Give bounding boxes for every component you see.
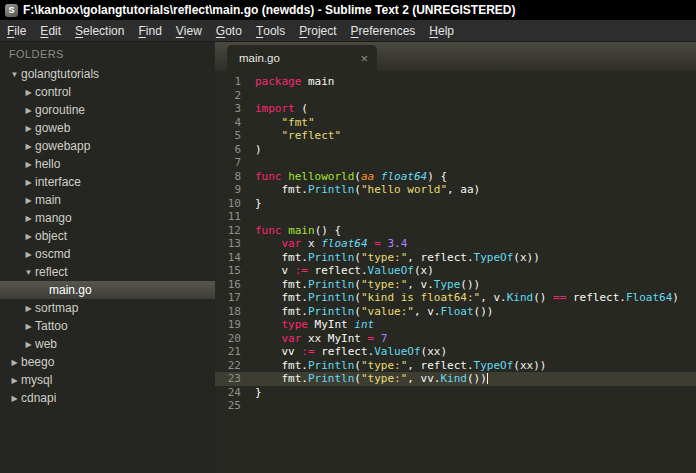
- code-token: "hello world": [361, 183, 447, 196]
- code-line-4[interactable]: 4 "fmt": [215, 116, 696, 130]
- tree-folder-control[interactable]: ▶control: [0, 83, 215, 101]
- tree-folder-object[interactable]: ▶object: [0, 227, 215, 245]
- title-bar[interactable]: S F:\kanbox\golangtutorials\reflect\main…: [0, 0, 696, 20]
- expand-arrow-icon[interactable]: ▶: [22, 124, 35, 133]
- expand-arrow-icon[interactable]: ▶: [22, 142, 35, 151]
- tree-item-label: object: [35, 229, 67, 243]
- menu-view[interactable]: View: [169, 20, 209, 41]
- code-line-12[interactable]: 12func main() {: [215, 224, 696, 238]
- code-token: Println: [308, 359, 354, 372]
- code-token: "type:": [361, 278, 407, 291]
- code-line-1[interactable]: 1package main: [215, 75, 696, 89]
- tab-close-icon[interactable]: ×: [360, 52, 368, 65]
- expand-arrow-icon[interactable]: ▶: [8, 358, 21, 367]
- code-text: "fmt": [255, 116, 315, 130]
- code-line-15[interactable]: 15 v := reflect.ValueOf(x): [215, 264, 696, 278]
- code-token: Println: [308, 183, 354, 196]
- expand-arrow-icon[interactable]: ▶: [22, 214, 35, 223]
- tab-main-go[interactable]: main.go ×: [227, 45, 377, 71]
- code-line-21[interactable]: 21 vv := reflect.ValueOf(xx): [215, 345, 696, 359]
- tree-item-label: main: [35, 193, 61, 207]
- menu-find[interactable]: Find: [131, 20, 168, 41]
- code-line-18[interactable]: 18 fmt.Println("value:", v.Float()): [215, 305, 696, 319]
- code-line-14[interactable]: 14 fmt.Println("type:", reflect.TypeOf(x…: [215, 251, 696, 265]
- code-line-24[interactable]: 24}: [215, 386, 696, 400]
- code-line-8[interactable]: 8func helloworld(aa float64) {: [215, 170, 696, 184]
- menu-help[interactable]: Help: [422, 20, 461, 41]
- collapse-arrow-icon[interactable]: ▼: [22, 268, 35, 277]
- tree-folder-interface[interactable]: ▶interface: [0, 173, 215, 191]
- menu-bar: FileEditSelectionFindViewGotoToolsProjec…: [0, 20, 696, 42]
- expand-arrow-icon[interactable]: ▶: [22, 232, 35, 241]
- tree-folder-goweb[interactable]: ▶goweb: [0, 119, 215, 137]
- line-number: 16: [215, 278, 255, 292]
- tree-folder-sortmap[interactable]: ▶sortmap: [0, 299, 215, 317]
- tree-folder-gowebapp[interactable]: ▶gowebapp: [0, 137, 215, 155]
- code-text: v := reflect.ValueOf(x): [255, 264, 434, 278]
- code-line-17[interactable]: 17 fmt.Println("kind is float64:", v.Kin…: [215, 291, 696, 305]
- code-line-11[interactable]: 11: [215, 210, 696, 224]
- code-line-13[interactable]: 13 var x float64 = 3.4: [215, 237, 696, 251]
- code-token: Kind: [440, 372, 467, 385]
- tree-folder-goroutine[interactable]: ▶goroutine: [0, 101, 215, 119]
- code-token: Type: [434, 278, 461, 291]
- tree-item-label: mango: [35, 211, 72, 225]
- menu-goto[interactable]: Goto: [209, 20, 249, 41]
- code-line-10[interactable]: 10}: [215, 197, 696, 211]
- code-line-25[interactable]: 25: [215, 399, 696, 413]
- line-number: 20: [215, 332, 255, 346]
- code-line-16[interactable]: 16 fmt.Println("type:", v.Type()): [215, 278, 696, 292]
- menu-project[interactable]: Project: [292, 20, 343, 41]
- code-line-3[interactable]: 3import (: [215, 102, 696, 116]
- code-token: , v.: [414, 305, 441, 318]
- code-token: Println: [308, 305, 354, 318]
- tree-folder-mysql[interactable]: ▶mysql: [0, 371, 215, 389]
- tree-item-label: golangtutorials: [21, 67, 99, 81]
- code-line-5[interactable]: 5 "reflect": [215, 129, 696, 143]
- collapse-arrow-icon[interactable]: ▼: [8, 70, 21, 79]
- expand-arrow-icon[interactable]: ▶: [22, 250, 35, 259]
- expand-arrow-icon[interactable]: ▶: [22, 178, 35, 187]
- code-area[interactable]: 1package main23import (4 "fmt"5 "reflect…: [215, 71, 696, 473]
- expand-arrow-icon[interactable]: ▶: [22, 340, 35, 349]
- expand-arrow-icon[interactable]: ▶: [8, 376, 21, 385]
- line-number: 3: [215, 102, 255, 116]
- code-line-6[interactable]: 6): [215, 143, 696, 157]
- code-line-2[interactable]: 2: [215, 89, 696, 103]
- expand-arrow-icon[interactable]: ▶: [22, 304, 35, 313]
- expand-arrow-icon[interactable]: ▶: [22, 88, 35, 97]
- expand-arrow-icon[interactable]: ▶: [8, 394, 21, 403]
- expand-arrow-icon[interactable]: ▶: [22, 160, 35, 169]
- code-line-20[interactable]: 20 var xx MyInt = 7: [215, 332, 696, 346]
- code-line-22[interactable]: 22 fmt.Println("type:", reflect.TypeOf(x…: [215, 359, 696, 373]
- tree-folder-oscmd[interactable]: ▶oscmd: [0, 245, 215, 263]
- code-text: fmt.Println("type:", reflect.TypeOf(x)): [255, 251, 540, 265]
- line-number: 15: [215, 264, 255, 278]
- expand-arrow-icon[interactable]: ▶: [22, 322, 35, 331]
- tree-folder-beego[interactable]: ▶beego: [0, 353, 215, 371]
- menu-file[interactable]: File: [0, 20, 33, 41]
- tree-folder-main[interactable]: ▶main: [0, 191, 215, 209]
- expand-arrow-icon[interactable]: ▶: [22, 106, 35, 115]
- menu-selection[interactable]: Selection: [68, 20, 131, 41]
- menu-tools[interactable]: Tools: [249, 20, 292, 41]
- menu-edit[interactable]: Edit: [33, 20, 68, 41]
- code-token: [255, 332, 282, 345]
- tree-file-main.go[interactable]: main.go: [0, 281, 215, 299]
- tree-folder-mango[interactable]: ▶mango: [0, 209, 215, 227]
- code-line-9[interactable]: 9 fmt.Println("hello world", aa): [215, 183, 696, 197]
- tree-folder-cdnapi[interactable]: ▶cdnapi: [0, 389, 215, 407]
- code-line-23[interactable]: 23 fmt.Println("type:", vv.Kind()): [215, 372, 696, 386]
- tree-folder-reflect[interactable]: ▼reflect: [0, 263, 215, 281]
- code-line-19[interactable]: 19 type MyInt int: [215, 318, 696, 332]
- tree-folder-golangtutorials[interactable]: ▼golangtutorials: [0, 65, 215, 83]
- expand-arrow-icon[interactable]: ▶: [22, 196, 35, 205]
- code-line-7[interactable]: 7: [215, 156, 696, 170]
- tree-folder-web[interactable]: ▶web: [0, 335, 215, 353]
- menu-preferences[interactable]: Preferences: [344, 20, 423, 41]
- tree-folder-hello[interactable]: ▶hello: [0, 155, 215, 173]
- code-text: fmt.Println("value:", v.Float()): [255, 305, 493, 319]
- tree-folder-tattoo[interactable]: ▶Tattoo: [0, 317, 215, 335]
- code-token: :=: [301, 345, 314, 358]
- code-token: [255, 318, 282, 331]
